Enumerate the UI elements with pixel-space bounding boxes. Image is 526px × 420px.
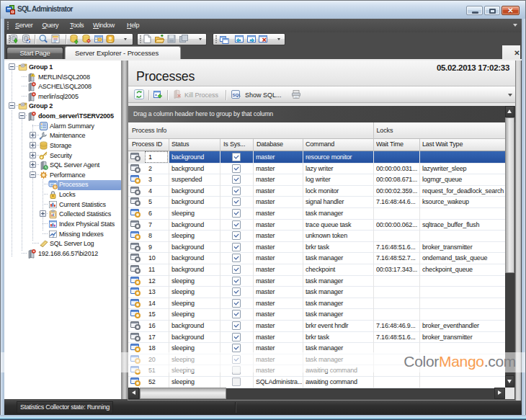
svg-text:SQL: SQL (233, 93, 241, 97)
svg-text:?: ? (52, 233, 55, 238)
